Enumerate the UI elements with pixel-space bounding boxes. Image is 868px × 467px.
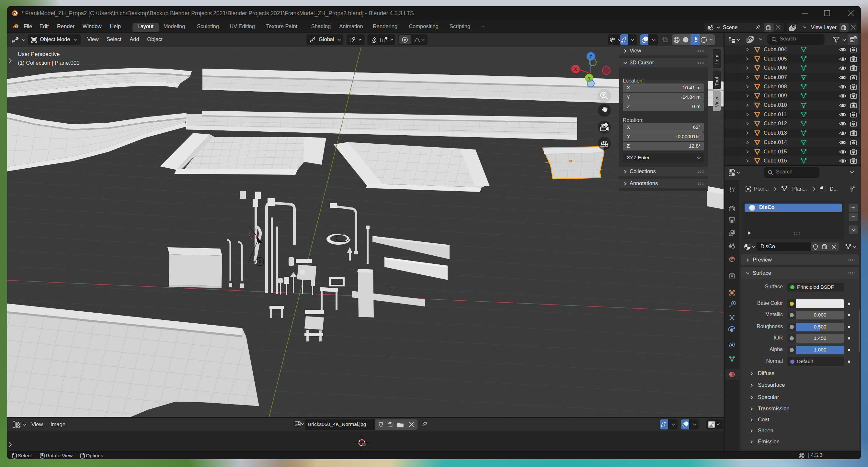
svg-text:X: X — [574, 67, 577, 72]
svg-text:Z: Z — [589, 54, 592, 59]
